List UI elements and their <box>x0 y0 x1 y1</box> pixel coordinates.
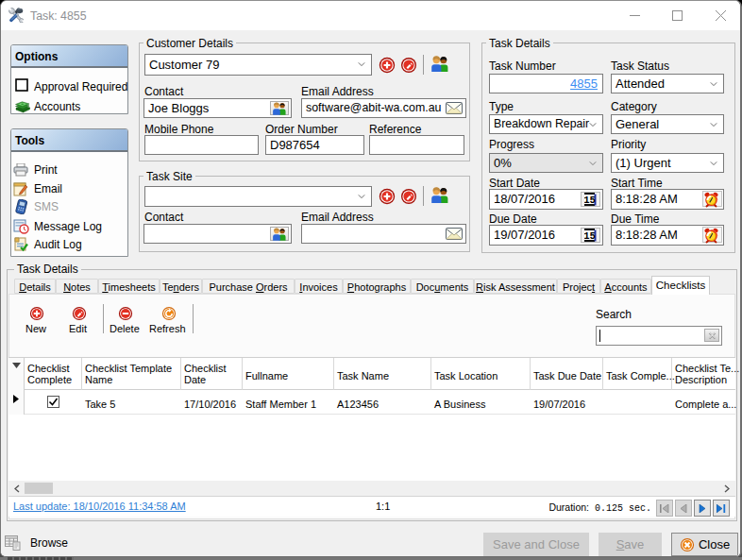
svg-text:15: 15 <box>584 195 596 206</box>
svg-text:15: 15 <box>584 230 596 242</box>
